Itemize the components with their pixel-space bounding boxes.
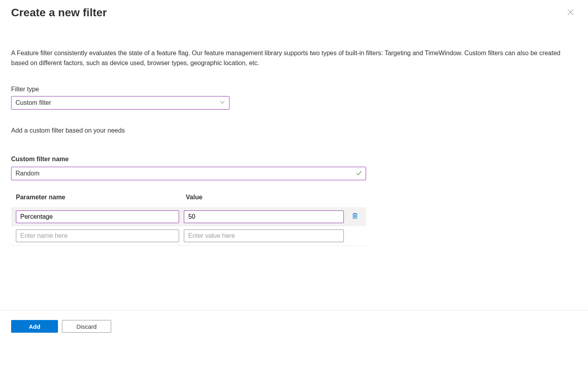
filter-type-label: Filter type: [11, 86, 577, 93]
row-action-spacer: [349, 229, 361, 242]
filter-type-select[interactable]: Custom filter: [11, 96, 229, 110]
filter-type-selected-value: Custom filter: [15, 99, 51, 106]
parameter-name-input[interactable]: [16, 210, 179, 223]
close-button[interactable]: [564, 6, 577, 19]
table-row: [11, 207, 366, 226]
parameter-value-input[interactable]: [184, 210, 344, 223]
column-header-value: Value: [186, 194, 361, 201]
checkmark-icon: [356, 170, 362, 177]
description-text: A Feature filter consistently evaluates …: [11, 48, 577, 68]
trash-icon: [351, 212, 359, 221]
column-header-parameter-name: Parameter name: [16, 194, 186, 201]
delete-row-button[interactable]: [349, 210, 361, 223]
discard-button[interactable]: Discard: [62, 320, 111, 333]
parameter-value-input[interactable]: [184, 229, 344, 242]
filter-type-helper: Add a custom filter based on your needs: [11, 127, 577, 134]
custom-filter-name-input[interactable]: [11, 167, 366, 180]
add-button[interactable]: Add: [11, 320, 58, 333]
close-icon: [567, 9, 574, 17]
page-title: Create a new filter: [11, 6, 107, 19]
table-row: [11, 226, 366, 246]
parameters-table: Parameter name Value: [11, 190, 366, 246]
parameter-name-input[interactable]: [16, 229, 179, 242]
custom-filter-name-label: Custom filter name: [11, 156, 577, 163]
